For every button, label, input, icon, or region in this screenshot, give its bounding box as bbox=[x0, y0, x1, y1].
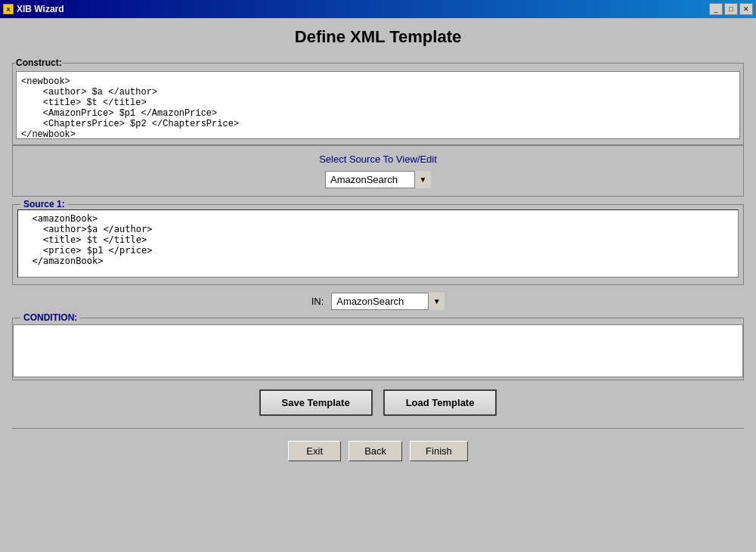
load-template-button[interactable]: Load Template bbox=[383, 389, 497, 416]
title-bar: X XIB Wizard _ □ ✕ bbox=[0, 0, 756, 18]
close-button[interactable]: ✕ bbox=[739, 3, 753, 15]
page-title: Define XML Template bbox=[12, 27, 744, 47]
construct-group: Construct: bbox=[12, 57, 744, 145]
title-bar-text: XIB Wizard bbox=[17, 4, 64, 14]
main-content: Define XML Template Construct: Select So… bbox=[0, 18, 756, 552]
in-section: IN: AmazonSearch ChaptersSearch ▼ bbox=[12, 293, 744, 310]
template-button-row: Save Template Load Template bbox=[12, 389, 744, 416]
select-source-panel: Select Source To View/Edit AmazonSearch … bbox=[12, 145, 744, 197]
minimize-button[interactable]: _ bbox=[709, 3, 723, 15]
bottom-nav: Exit Back Finish bbox=[12, 435, 744, 464]
select-source-dropdown-container: AmazonSearch ChaptersSearch ▼ bbox=[325, 171, 431, 188]
in-dropdown-container: AmazonSearch ChaptersSearch ▼ bbox=[331, 293, 445, 310]
maximize-button[interactable]: □ bbox=[724, 3, 738, 15]
app-icon: X bbox=[3, 4, 14, 14]
select-source-label: Select Source To View/Edit bbox=[319, 154, 437, 165]
source1-group: Source 1: bbox=[12, 204, 744, 285]
back-button[interactable]: Back bbox=[349, 441, 402, 461]
condition-textarea[interactable] bbox=[13, 324, 743, 377]
in-dropdown[interactable]: AmazonSearch ChaptersSearch bbox=[331, 293, 445, 310]
source1-legend: Source 1: bbox=[20, 199, 68, 209]
save-template-button[interactable]: Save Template bbox=[259, 389, 373, 416]
source1-textarea[interactable] bbox=[17, 209, 739, 278]
construct-legend: Construct: bbox=[16, 57, 62, 68]
condition-group: CONDITION: bbox=[12, 318, 744, 380]
bottom-separator bbox=[12, 428, 744, 429]
in-label: IN: bbox=[311, 296, 324, 307]
finish-button[interactable]: Finish bbox=[410, 441, 468, 461]
window-controls: _ □ ✕ bbox=[709, 3, 753, 15]
select-source-dropdown[interactable]: AmazonSearch ChaptersSearch bbox=[325, 171, 431, 188]
construct-textarea[interactable] bbox=[16, 71, 740, 139]
exit-button[interactable]: Exit bbox=[288, 441, 341, 461]
condition-legend: CONDITION: bbox=[20, 312, 80, 323]
